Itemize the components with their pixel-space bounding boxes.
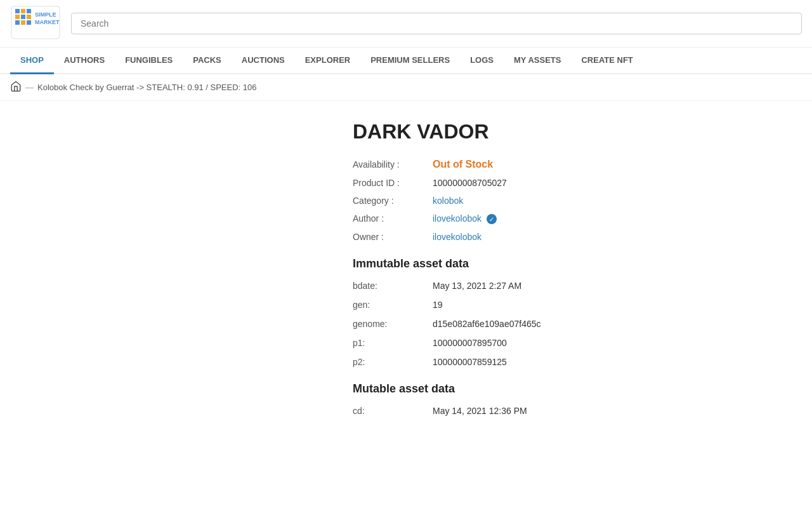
breadcrumb: — Kolobok Check by Guerrat -> STEALTH: 0… (0, 74, 812, 101)
svg-rect-3 (27, 9, 31, 13)
verified-icon (487, 214, 497, 224)
svg-text:SIMPLE: SIMPLE (35, 11, 56, 18)
home-icon (10, 81, 22, 92)
logo[interactable]: SIMPLE MARKET (10, 5, 61, 42)
product-image (96, 126, 242, 272)
genome-value: d15e082af6e109ae07f465c (433, 319, 541, 329)
bdate-row: bdate: May 13, 2021 2:27 AM (353, 281, 802, 291)
author-value-container: ilovekolobok (433, 213, 497, 224)
gen-row: gen: 19 (353, 300, 802, 310)
p2-value: 100000007859125 (433, 357, 507, 367)
product-image-area (10, 114, 327, 425)
nav-item-explorer[interactable]: EXPLORER (295, 48, 361, 74)
nav-item-shop[interactable]: SHOP (10, 48, 54, 74)
product-title: DARK VADOR (353, 120, 802, 144)
gen-value: 19 (433, 300, 443, 310)
breadcrumb-home[interactable] (10, 81, 22, 94)
availability-label: Availability : (353, 159, 422, 170)
svg-rect-9 (27, 20, 31, 25)
gen-label: gen: (353, 300, 422, 310)
category-row: Category : kolobok (353, 196, 802, 206)
breadcrumb-separator: — (25, 83, 34, 92)
nav-item-premium-sellers[interactable]: PREMIUM SELLERS (360, 48, 460, 74)
main-content: DARK VADOR Availability : Out of Stock P… (0, 101, 812, 438)
p1-label: p1: (353, 338, 422, 348)
nav-item-authors[interactable]: AUTHORS (54, 48, 115, 74)
genome-label: genome: (353, 319, 422, 329)
svg-rect-7 (15, 20, 20, 25)
bdate-value: May 13, 2021 2:27 AM (433, 281, 521, 291)
author-label: Author : (353, 213, 422, 224)
p1-row: p1: 100000007895700 (353, 338, 802, 348)
nav-item-logs[interactable]: LOGS (460, 48, 504, 74)
svg-text:MARKET: MARKET (35, 19, 60, 25)
breadcrumb-path: Kolobok Check by Guerrat -> STEALTH: 0.9… (37, 83, 257, 92)
svg-rect-8 (21, 20, 25, 25)
svg-rect-5 (21, 15, 25, 19)
immutable-data-title: Immutable asset data (353, 257, 802, 271)
cd-value: May 14, 2021 12:36 PM (433, 406, 527, 416)
genome-row: genome: d15e082af6e109ae07f465c (353, 319, 802, 329)
nav-item-my-assets[interactable]: MY ASSETS (504, 48, 571, 74)
nav-item-create-nft[interactable]: CREATE NFT (571, 48, 643, 74)
product-id-label: Product ID : (353, 178, 422, 188)
svg-rect-4 (15, 15, 20, 19)
header: SIMPLE MARKET (0, 0, 812, 48)
p2-row: p2: 100000007859125 (353, 357, 802, 367)
p1-value: 100000007895700 (433, 338, 507, 348)
cd-row: cd: May 14, 2021 12:36 PM (353, 406, 802, 416)
search-input[interactable] (71, 13, 802, 34)
svg-rect-6 (27, 15, 31, 19)
category-value[interactable]: kolobok (433, 196, 463, 206)
owner-row: Owner : ilovekolobok (353, 232, 802, 242)
category-label: Category : (353, 196, 422, 206)
mutable-data-title: Mutable asset data (353, 382, 802, 396)
main-nav: SHOP AUTHORS FUNGIBLES PACKS AUCTIONS EX… (0, 48, 812, 74)
nav-item-fungibles[interactable]: FUNGIBLES (115, 48, 183, 74)
svg-rect-2 (21, 9, 25, 13)
availability-row: Availability : Out of Stock (353, 159, 802, 170)
bdate-label: bdate: (353, 281, 422, 291)
cd-label: cd: (353, 406, 422, 416)
availability-value: Out of Stock (433, 159, 493, 170)
p2-label: p2: (353, 357, 422, 367)
product-id-row: Product ID : 100000008705027 (353, 178, 802, 188)
nav-item-packs[interactable]: PACKS (183, 48, 232, 74)
svg-rect-1 (15, 9, 20, 13)
search-container (71, 13, 802, 34)
owner-value[interactable]: ilovekolobok (433, 232, 481, 242)
product-details: DARK VADOR Availability : Out of Stock P… (353, 114, 802, 425)
nav-item-auctions[interactable]: AUCTIONS (232, 48, 295, 74)
author-row: Author : ilovekolobok (353, 213, 802, 224)
product-id-value: 100000008705027 (433, 178, 507, 188)
author-value[interactable]: ilovekolobok (433, 213, 481, 224)
owner-label: Owner : (353, 232, 422, 242)
